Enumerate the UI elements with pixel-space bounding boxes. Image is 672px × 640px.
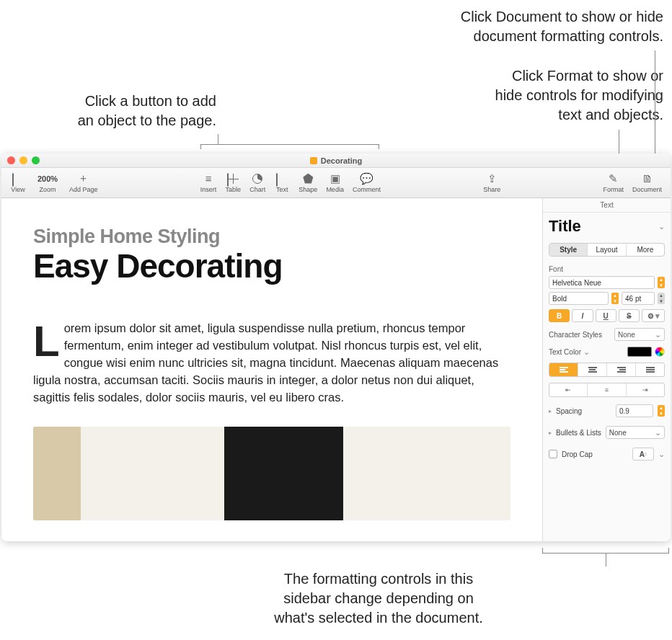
doc-body[interactable]: Lorem ipsum dolor sit amet, ligula suspe… bbox=[33, 320, 510, 406]
comment-label: Comment bbox=[353, 186, 381, 193]
insert-button[interactable]: ≡ Insert bbox=[196, 171, 221, 195]
minimize-icon[interactable] bbox=[19, 156, 27, 164]
underline-button[interactable]: U bbox=[596, 309, 616, 322]
align-right-button[interactable] bbox=[607, 363, 636, 376]
table-button[interactable]: Table bbox=[221, 171, 245, 195]
callout-document: Click Document to show or hidedocument f… bbox=[296, 7, 663, 46]
format-button[interactable]: ✎ Format bbox=[598, 171, 628, 195]
spacing-label: Spacing bbox=[556, 407, 611, 415]
document-canvas[interactable]: Simple Home Styling Easy Decorating Lore… bbox=[1, 198, 542, 541]
doc-title[interactable]: Easy Decorating bbox=[33, 246, 510, 285]
document-button[interactable]: 🗎 Document bbox=[628, 171, 666, 195]
app-window: Decorating View 200% Zoom ＋ Add Page ≡ I… bbox=[1, 154, 671, 541]
table-label: Table bbox=[226, 186, 242, 193]
font-family-value: Helvetica Neue bbox=[552, 279, 601, 287]
doc-subtitle[interactable]: Simple Home Styling bbox=[33, 226, 510, 248]
bullets-select[interactable]: None ⌄ bbox=[606, 426, 665, 439]
callout-add-object: Click a button to addan object to the pa… bbox=[29, 92, 216, 130]
font-family-select[interactable]: Helvetica Neue bbox=[549, 276, 655, 289]
text-label: Text bbox=[276, 186, 288, 193]
align-justify-icon bbox=[646, 367, 655, 373]
view-icon bbox=[12, 172, 24, 185]
text-color-swatch[interactable] bbox=[627, 347, 652, 357]
content-area: Simple Home Styling Easy Decorating Lore… bbox=[1, 198, 671, 541]
share-button[interactable]: ⇪ Share bbox=[479, 171, 505, 195]
tab-layout[interactable]: Layout bbox=[588, 244, 626, 256]
table-icon bbox=[227, 172, 239, 185]
view-button[interactable]: View bbox=[6, 171, 30, 195]
close-icon[interactable] bbox=[7, 156, 15, 164]
align-center-button[interactable] bbox=[578, 363, 607, 376]
chevron-down-icon: ⌄ bbox=[658, 450, 665, 459]
align-left-button[interactable] bbox=[549, 363, 578, 376]
text-icon bbox=[276, 172, 288, 185]
tab-more[interactable]: More bbox=[627, 244, 664, 256]
media-icon: ▣ bbox=[330, 172, 340, 185]
disclosure-triangle-icon[interactable]: ▸ bbox=[549, 430, 552, 436]
strikethrough-button[interactable]: S bbox=[619, 309, 640, 322]
character-styles-value: None bbox=[618, 331, 635, 339]
align-justify-button[interactable] bbox=[636, 363, 664, 376]
spacing-field[interactable]: 0.9 bbox=[616, 404, 653, 417]
indent-button[interactable]: ⇥ bbox=[627, 383, 664, 396]
chart-button[interactable]: Chart bbox=[245, 171, 270, 195]
callout-line-sidebar bbox=[606, 554, 606, 566]
indent-none-button[interactable]: ≡ bbox=[588, 383, 626, 396]
window-titlebar: Decorating bbox=[1, 154, 671, 168]
shape-button[interactable]: Shape bbox=[294, 171, 322, 195]
text-button[interactable]: Text bbox=[270, 171, 294, 195]
tab-style[interactable]: Style bbox=[549, 244, 588, 256]
dropcap-style-select[interactable]: A≡ bbox=[632, 448, 654, 461]
comment-button[interactable]: 💬 Comment bbox=[348, 171, 385, 195]
zoom-value: 200% bbox=[37, 172, 58, 185]
window-traffic-lights bbox=[7, 156, 40, 164]
share-icon: ⇪ bbox=[487, 172, 497, 185]
callout-line-1 bbox=[218, 134, 218, 144]
media-button[interactable]: ▣ Media bbox=[322, 171, 348, 195]
gear-icon: ⚙︎ bbox=[647, 312, 654, 320]
zoom-select[interactable]: 200% Zoom bbox=[30, 171, 65, 195]
spacing-stepper[interactable]: ▲▼ bbox=[658, 405, 665, 417]
insert-label: Insert bbox=[200, 186, 217, 193]
font-size-field[interactable]: 46 pt bbox=[622, 292, 655, 305]
toolbar: View 200% Zoom ＋ Add Page ≡ Insert Table… bbox=[1, 168, 671, 198]
doc-image[interactable] bbox=[33, 427, 510, 520]
dropcap-checkbox[interactable] bbox=[549, 450, 557, 458]
character-styles-select[interactable]: None ⌄ bbox=[614, 328, 665, 341]
bold-button[interactable]: B bbox=[549, 309, 570, 322]
maximize-icon[interactable] bbox=[32, 156, 40, 164]
spacing-value: 0.9 bbox=[619, 407, 629, 415]
font-weight-select[interactable]: Bold bbox=[549, 292, 609, 305]
chart-icon bbox=[252, 172, 262, 185]
disclosure-triangle-icon[interactable]: ▸ bbox=[549, 408, 552, 414]
callout-format: Click Format to show orhide controls for… bbox=[332, 66, 663, 125]
paragraph-style-select[interactable]: Title ⌄ bbox=[543, 213, 671, 240]
chevron-down-icon: ⌄ bbox=[658, 222, 665, 231]
add-page-button[interactable]: ＋ Add Page bbox=[65, 171, 102, 195]
chevron-down-icon: ⌄ bbox=[655, 428, 661, 437]
sidebar-tabs: Style Layout More bbox=[549, 243, 665, 257]
italic-button[interactable]: I bbox=[572, 309, 593, 322]
document-label: Document bbox=[632, 186, 662, 193]
text-color-label: Text Color ⌄ bbox=[549, 347, 590, 357]
font-weight-value: Bold bbox=[552, 295, 567, 303]
dropcap-preview-letter: A bbox=[640, 450, 645, 458]
bullets-value: None bbox=[609, 429, 627, 437]
sidebar-header: Text bbox=[543, 198, 671, 213]
add-page-icon: ＋ bbox=[78, 172, 89, 185]
font-size-stepper[interactable]: ▲▼ bbox=[658, 293, 665, 304]
media-label: Media bbox=[326, 186, 344, 193]
chart-label: Chart bbox=[249, 186, 265, 193]
character-styles-label: Character Styles bbox=[549, 331, 602, 339]
dropcap-label: Drop Cap bbox=[562, 450, 628, 458]
outdent-button[interactable]: ⇤ bbox=[549, 383, 588, 396]
align-right-icon bbox=[617, 367, 626, 373]
format-label: Format bbox=[603, 186, 624, 193]
font-family-stepper-icon[interactable]: ▲▼ bbox=[658, 277, 665, 288]
bullets-label: Bullets & Lists bbox=[556, 429, 601, 437]
color-picker-icon[interactable] bbox=[655, 347, 665, 357]
font-weight-stepper-icon[interactable]: ▲▼ bbox=[611, 293, 619, 304]
text-align-group bbox=[549, 363, 665, 377]
share-label: Share bbox=[483, 186, 500, 193]
advanced-font-button[interactable]: ⚙︎▾ bbox=[642, 309, 665, 322]
